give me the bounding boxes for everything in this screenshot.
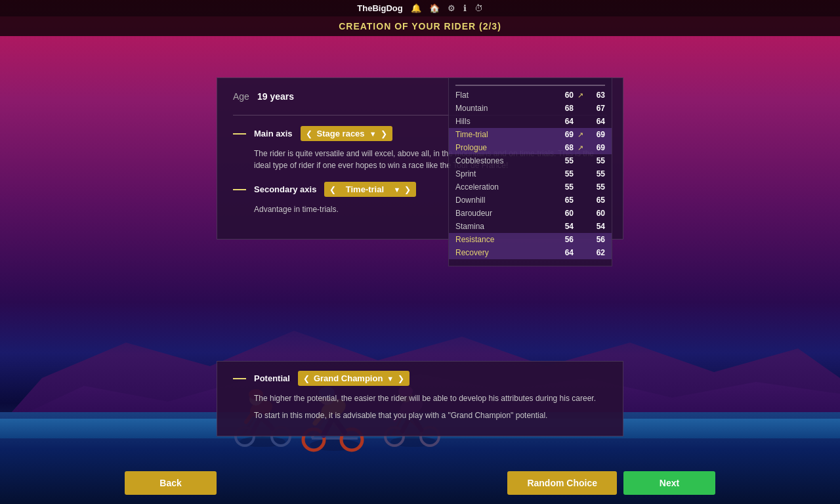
next-button[interactable]: Next <box>623 471 715 495</box>
secondary-axis-value: Time-trial <box>340 184 389 194</box>
main-axis-label: Main axis <box>254 129 293 138</box>
secondary-axis-label: Secondary axis <box>254 184 316 194</box>
age-value: 19 years <box>257 91 294 102</box>
stat-name: Sprint <box>455 169 555 178</box>
info-icon[interactable]: ℹ <box>463 3 467 13</box>
stat-value-1: 55 <box>555 182 574 192</box>
stats-container: Flat60↗63Mountain6867Hills6464Time-trial… <box>449 89 612 259</box>
stat-value-2: 55 <box>587 169 605 178</box>
stat-row: Downhill6565 <box>449 194 612 207</box>
stat-name: Hills <box>455 117 555 126</box>
stat-row: Resistance5656 <box>449 233 612 246</box>
notification-icon[interactable]: 🔔 <box>411 3 421 13</box>
right-buttons: Random Choice Next <box>507 471 715 495</box>
stat-name: Prologue <box>455 143 555 152</box>
secondary-axis-selector[interactable]: ❮ Time-trial ▼ ❯ <box>324 182 416 197</box>
secondary-axis-prev-arrow[interactable]: ❮ <box>329 185 336 194</box>
stat-value-2: 55 <box>587 156 605 165</box>
back-button[interactable]: Back <box>125 471 217 495</box>
top-bar: TheBigDog 🔔 🏠 ⚙ ℹ ⏱ <box>0 0 840 16</box>
stat-value-1: 56 <box>555 235 574 244</box>
stat-name: Stamina <box>455 222 555 231</box>
potential-section: Potential ❮ Grand Champion ▼ ❯ The highe… <box>217 361 623 436</box>
stat-row: Mountain6867 <box>449 102 612 115</box>
stat-row: Stamina5454 <box>449 220 612 233</box>
secondary-axis-dash <box>233 189 246 190</box>
stat-value-2: 69 <box>587 130 605 139</box>
stat-row: Baroudeur6060 <box>449 207 612 220</box>
secondary-axis-dropdown-icon[interactable]: ▼ <box>394 186 401 194</box>
stat-name: Mountain <box>455 104 555 113</box>
stat-name: Cobblestones <box>455 156 555 165</box>
stat-row: Recovery6462 <box>449 246 612 259</box>
stat-row: Prologue68↗69 <box>449 141 612 154</box>
main-axis-dropdown-icon[interactable]: ▼ <box>369 130 377 138</box>
stat-row: Hills6464 <box>449 115 612 128</box>
username-label: TheBigDog <box>357 3 402 13</box>
potential-prev-arrow[interactable]: ❮ <box>303 374 310 383</box>
stat-value-2: 60 <box>587 209 605 218</box>
stat-value-2: 54 <box>587 222 605 231</box>
stat-value-2: 55 <box>587 182 605 192</box>
stat-name: Downhill <box>455 196 555 205</box>
bottom-bar: Back Random Choice Next <box>0 471 840 495</box>
stat-row: Sprint5555 <box>449 167 612 180</box>
stat-row: Cobblestones5555 <box>449 154 612 167</box>
secondary-axis-next-arrow[interactable]: ❯ <box>404 185 411 194</box>
stat-arrow: ↗ <box>574 131 587 139</box>
main-axis-next-arrow[interactable]: ❯ <box>381 129 387 138</box>
main-axis-prev-arrow[interactable]: ❮ <box>306 129 312 138</box>
age-label: Age <box>233 91 249 102</box>
stat-row: Time-trial69↗69 <box>449 128 612 141</box>
stat-value-1: 64 <box>555 248 574 257</box>
main-axis-selector[interactable]: ❮ Stage races ▼ ❯ <box>301 126 392 141</box>
page-title: CREATION OF YOUR RIDER (2/3) <box>339 21 501 32</box>
settings-icon[interactable]: ⚙ <box>448 3 455 13</box>
potential-row: Potential ❮ Grand Champion ▼ ❯ <box>233 371 607 386</box>
stat-name: Recovery <box>455 248 555 257</box>
stat-value-1: 60 <box>555 91 574 100</box>
stat-name: Time-trial <box>455 130 555 139</box>
potential-description-2: To start in this mode, it is advisable t… <box>254 410 607 421</box>
stat-name: Flat <box>455 91 555 100</box>
stat-arrow: ↗ <box>574 91 587 100</box>
stat-value-1: 68 <box>555 143 574 152</box>
potential-label: Potential <box>254 373 290 383</box>
timer-icon[interactable]: ⏱ <box>474 3 483 13</box>
stat-value-1: 68 <box>555 104 574 113</box>
stat-value-2: 67 <box>587 104 605 113</box>
random-choice-button[interactable]: Random Choice <box>507 471 617 495</box>
stat-value-1: 54 <box>555 222 574 231</box>
stat-value-1: 69 <box>555 130 574 139</box>
stat-row: Flat60↗63 <box>449 89 612 102</box>
home-icon[interactable]: 🏠 <box>429 3 440 13</box>
stat-value-2: 65 <box>587 196 605 205</box>
stat-value-1: 55 <box>555 156 574 165</box>
stats-panel: Flat60↗63Mountain6867Hills6464Time-trial… <box>448 77 612 266</box>
main-axis-dash <box>233 133 246 135</box>
stat-value-2: 62 <box>587 248 605 257</box>
stat-arrow: ↗ <box>574 144 587 152</box>
stat-value-2: 56 <box>587 235 605 244</box>
potential-next-arrow[interactable]: ❯ <box>398 374 404 383</box>
potential-dash <box>233 378 246 379</box>
stat-value-1: 60 <box>555 209 574 218</box>
stat-value-2: 63 <box>587 91 605 100</box>
stats-header-line <box>455 85 605 86</box>
stat-name: Acceleration <box>455 182 555 192</box>
stat-name: Baroudeur <box>455 209 555 218</box>
stat-value-1: 64 <box>555 117 574 126</box>
potential-dropdown-icon[interactable]: ▼ <box>387 375 394 383</box>
stat-value-2: 64 <box>587 117 605 126</box>
stat-value-1: 65 <box>555 196 574 205</box>
stat-value-1: 55 <box>555 169 574 178</box>
stat-row: Acceleration5555 <box>449 180 612 194</box>
potential-value: Grand Champion <box>314 373 383 383</box>
main-axis-value: Stage races <box>316 129 366 138</box>
potential-description-1: The higher the potential, the easier the… <box>254 392 607 404</box>
stat-name: Resistance <box>455 235 555 244</box>
potential-selector[interactable]: ❮ Grand Champion ▼ ❯ <box>298 371 410 386</box>
stat-value-2: 69 <box>587 143 605 152</box>
title-bar: CREATION OF YOUR RIDER (2/3) <box>0 16 840 36</box>
